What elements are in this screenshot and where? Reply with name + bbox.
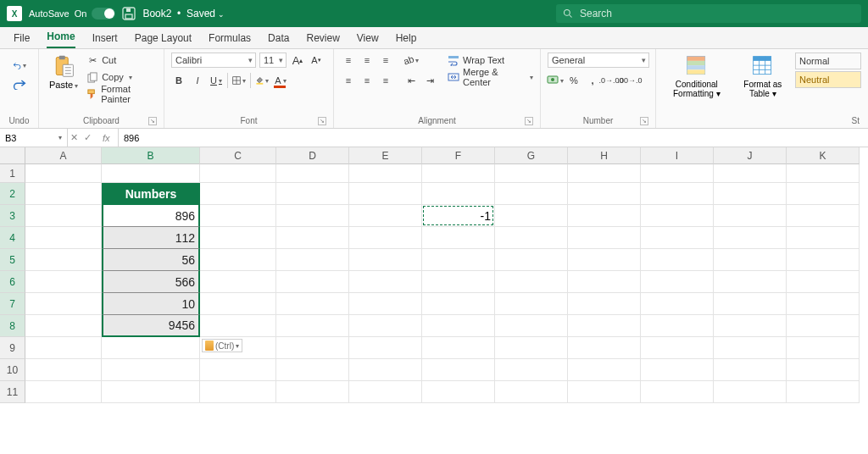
cell[interactable]: [276, 164, 349, 183]
decrease-decimal-button[interactable]: .00→.0: [622, 73, 637, 88]
cell[interactable]: [641, 249, 714, 271]
formula-input[interactable]: 896: [119, 133, 868, 143]
cell[interactable]: [568, 293, 641, 315]
cell[interactable]: [200, 183, 276, 205]
cell[interactable]: [422, 249, 495, 271]
tab-view[interactable]: View: [357, 28, 379, 48]
cell[interactable]: [25, 315, 102, 337]
cell[interactable]: [495, 183, 568, 205]
column-header[interactable]: G: [495, 147, 568, 164]
column-header[interactable]: F: [422, 147, 495, 164]
number-launcher[interactable]: ↘: [640, 117, 648, 125]
conditional-formatting-button[interactable]: Conditional Formatting ▾: [663, 53, 731, 100]
bold-button[interactable]: B: [171, 73, 186, 88]
orientation-button[interactable]: ab: [403, 53, 419, 68]
column-header[interactable]: B: [102, 147, 200, 164]
cell[interactable]: [276, 271, 349, 293]
cell[interactable]: [641, 315, 714, 337]
cell[interactable]: [787, 164, 860, 183]
cell[interactable]: [714, 183, 787, 205]
cell-style-normal[interactable]: Normal: [795, 53, 861, 69]
cell[interactable]: [568, 337, 641, 359]
cell[interactable]: [200, 271, 276, 293]
paste-button[interactable]: Paste: [46, 53, 81, 91]
cell[interactable]: [641, 359, 714, 381]
format-as-table-button[interactable]: Format as Table ▾: [737, 53, 788, 100]
cell[interactable]: [787, 271, 860, 293]
accounting-format-button[interactable]: [548, 73, 563, 88]
cell[interactable]: [102, 381, 200, 403]
cell[interactable]: [422, 381, 495, 403]
cell[interactable]: [787, 183, 860, 205]
alignment-launcher[interactable]: ↘: [525, 117, 533, 125]
redo-button[interactable]: [12, 76, 27, 91]
number-format-select[interactable]: General: [548, 53, 649, 68]
row-header[interactable]: 7: [0, 293, 25, 315]
cell[interactable]: [276, 381, 349, 403]
cell[interactable]: [568, 359, 641, 381]
cell[interactable]: [349, 249, 422, 271]
cell[interactable]: [200, 205, 276, 227]
name-box[interactable]: B3: [0, 129, 68, 147]
cell[interactable]: [349, 164, 422, 183]
cell[interactable]: [422, 183, 495, 205]
cell[interactable]: [641, 164, 714, 183]
cell[interactable]: [276, 227, 349, 249]
cell[interactable]: [25, 183, 102, 205]
cell[interactable]: [422, 359, 495, 381]
cell[interactable]: [25, 293, 102, 315]
cell[interactable]: [495, 271, 568, 293]
cell[interactable]: [568, 271, 641, 293]
document-title[interactable]: Book2 • Saved ⌄: [142, 8, 225, 19]
cell-b8[interactable]: 9456: [102, 315, 200, 337]
italic-button[interactable]: I: [190, 73, 205, 88]
cell[interactable]: [349, 183, 422, 205]
fill-color-button[interactable]: [254, 73, 270, 88]
underline-button[interactable]: U: [209, 73, 224, 88]
cell[interactable]: [714, 271, 787, 293]
cell[interactable]: [495, 315, 568, 337]
row-header[interactable]: 6: [0, 271, 25, 293]
cell[interactable]: [641, 381, 714, 403]
font-launcher[interactable]: ↘: [318, 117, 326, 125]
spreadsheet-grid[interactable]: ABCDEFGHIJK12Numbers3896-141125566566710…: [0, 147, 868, 403]
column-header[interactable]: C: [200, 147, 276, 164]
toggle-switch-icon[interactable]: [92, 8, 115, 19]
row-header[interactable]: 4: [0, 227, 25, 249]
comma-format-button[interactable]: ,: [585, 73, 600, 88]
cell-b6[interactable]: 566: [102, 271, 200, 293]
undo-button[interactable]: [12, 58, 27, 73]
cell[interactable]: [422, 271, 495, 293]
cell[interactable]: [787, 227, 860, 249]
cell[interactable]: [25, 381, 102, 403]
cell[interactable]: [276, 315, 349, 337]
increase-font-button[interactable]: A▴: [290, 53, 305, 68]
cell[interactable]: [787, 293, 860, 315]
cell[interactable]: [200, 164, 276, 183]
cell[interactable]: [276, 205, 349, 227]
merge-center-button[interactable]: Merge & Center: [448, 69, 533, 85]
cell[interactable]: [787, 205, 860, 227]
cell[interactable]: [200, 249, 276, 271]
cell[interactable]: [714, 381, 787, 403]
cell[interactable]: [641, 271, 714, 293]
cell-b7[interactable]: 10: [102, 293, 200, 315]
cell[interactable]: [200, 227, 276, 249]
cell[interactable]: [568, 227, 641, 249]
cell[interactable]: [349, 205, 422, 227]
cell[interactable]: [568, 381, 641, 403]
cell[interactable]: [349, 293, 422, 315]
column-header[interactable]: D: [276, 147, 349, 164]
font-name-select[interactable]: Calibri: [171, 53, 256, 68]
cell-style-neutral[interactable]: Neutral: [795, 71, 861, 88]
cell[interactable]: [349, 315, 422, 337]
cell[interactable]: [25, 205, 102, 227]
copy-button[interactable]: Copy: [86, 69, 157, 85]
cell[interactable]: [568, 249, 641, 271]
search-input[interactable]: Search: [556, 4, 861, 23]
increase-decimal-button[interactable]: .0→.00: [604, 73, 619, 88]
cell[interactable]: [25, 337, 102, 359]
column-header[interactable]: E: [349, 147, 422, 164]
row-header[interactable]: 5: [0, 249, 25, 271]
tab-insert[interactable]: Insert: [92, 28, 118, 48]
